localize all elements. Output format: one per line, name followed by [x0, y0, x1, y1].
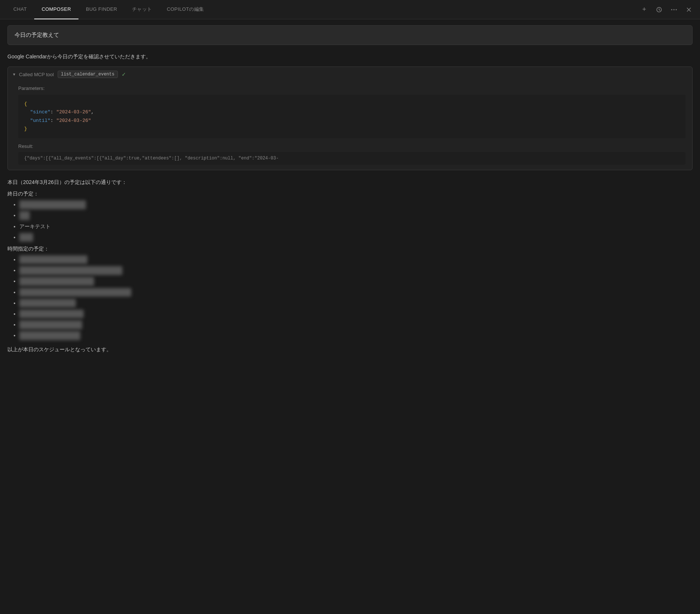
- chevron-icon: ▾: [13, 72, 15, 77]
- all-day-category-label: 終日の予定：: [7, 189, 693, 198]
- mcp-params-label: Parameters:: [18, 85, 685, 91]
- svg-point-0: [671, 9, 672, 10]
- list-item: ██████ ████████████: [19, 200, 693, 209]
- svg-point-1: [674, 9, 675, 10]
- schedule-intro: 本日（2024年3月26日）の予定は以下の通りです：: [7, 178, 693, 187]
- mcp-result-preview: {"days":[{"all_day_events":[{"all_day":t…: [18, 152, 685, 165]
- main-content: 今日の予定教えて Google Calendarから今日の予定を確認させていただ…: [0, 19, 700, 360]
- list-item: █████-█████ █████████: [19, 255, 693, 264]
- tab-chat[interactable]: CHAT: [6, 0, 34, 19]
- list-item: ██ ████████ ████████: [19, 309, 693, 319]
- mcp-check-icon: ✓: [122, 71, 126, 77]
- tab-composer[interactable]: COMPOSER: [34, 0, 78, 19]
- mcp-tool-block: ▾ Called MCP tool list_calendar_events ✓…: [7, 67, 693, 170]
- mcp-tool-name-badge: list_calendar_events: [58, 71, 118, 78]
- schedule-footer: 以上が本日のスケジュールとなっています。: [7, 345, 693, 354]
- user-input-text: 今日の予定教えて: [15, 32, 59, 38]
- list-item: ████ █████ ████████████: [19, 277, 693, 286]
- list-item: ████-████████████: [19, 298, 693, 308]
- timed-list: █████-█████ █████████ █████-█████ ████ █…: [7, 255, 693, 340]
- code-since-value: "2024-03-26": [56, 109, 91, 115]
- code-until-value: "2024-03-26": [56, 118, 91, 123]
- history-icon: [656, 7, 662, 13]
- allday-item-arttest: アーキテスト: [19, 223, 51, 229]
- history-button[interactable]: [654, 4, 664, 15]
- assistant-intro: Google Calendarから今日の予定を確認させていただきます。: [7, 52, 693, 61]
- list-item: ████ ████ █████████: [19, 331, 693, 340]
- called-mcp-label: Called MCP tool: [19, 72, 54, 77]
- list-item: ████: [19, 233, 693, 242]
- svg-point-2: [676, 9, 677, 10]
- close-icon: [687, 7, 691, 12]
- tab-copilot-edit[interactable]: COPILOTの編集: [160, 0, 212, 19]
- list-item: ████████████ ██████: [19, 320, 693, 329]
- tab-bug-finder[interactable]: BUG FINDER: [78, 0, 125, 19]
- timed-category-label: 時間指定の予定：: [7, 244, 693, 253]
- assistant-intro-text: Google Calendarから今日の予定を確認させていただきます。: [7, 54, 151, 59]
- list-item: アーキテスト: [19, 222, 693, 231]
- code-until-key: "until": [30, 118, 51, 123]
- code-close-brace: }: [24, 126, 27, 132]
- schedule-section: 本日（2024年3月26日）の予定は以下の通りです： 終日の予定： ██████…: [7, 178, 693, 354]
- mcp-result-label: Result:: [18, 143, 685, 149]
- code-since-key: "since": [30, 109, 51, 115]
- mcp-tool-header[interactable]: ▾ Called MCP tool list_calendar_events ✓: [8, 67, 692, 82]
- tab-bar-left: CHAT COMPOSER BUG FINDER チャット COPILOTの編集: [6, 0, 639, 19]
- tab-bar-right: +: [639, 4, 694, 15]
- list-item: █████-█████ ████ ██████ ██ ██████: [19, 266, 693, 275]
- tab-bar: CHAT COMPOSER BUG FINDER チャット COPILOTの編集…: [0, 0, 700, 19]
- code-open-brace: {: [24, 101, 27, 107]
- list-item: ███: [19, 211, 693, 220]
- new-tab-button[interactable]: +: [639, 4, 649, 15]
- more-icon: [671, 9, 677, 10]
- user-input-box: 今日の予定教えて: [7, 25, 693, 45]
- list-item: ████-████ ██████ ████████ ████████: [19, 288, 693, 297]
- all-day-list: ██████ ████████████ ███ アーキテスト ████: [7, 200, 693, 242]
- mcp-tool-body: Parameters: { "since": "2024-03-26", "un…: [8, 82, 692, 169]
- mcp-code-block: { "since": "2024-03-26", "until": "2024-…: [18, 95, 685, 138]
- close-button[interactable]: [684, 4, 694, 15]
- more-button[interactable]: [669, 4, 679, 15]
- tab-chat-jp[interactable]: チャット: [125, 0, 160, 19]
